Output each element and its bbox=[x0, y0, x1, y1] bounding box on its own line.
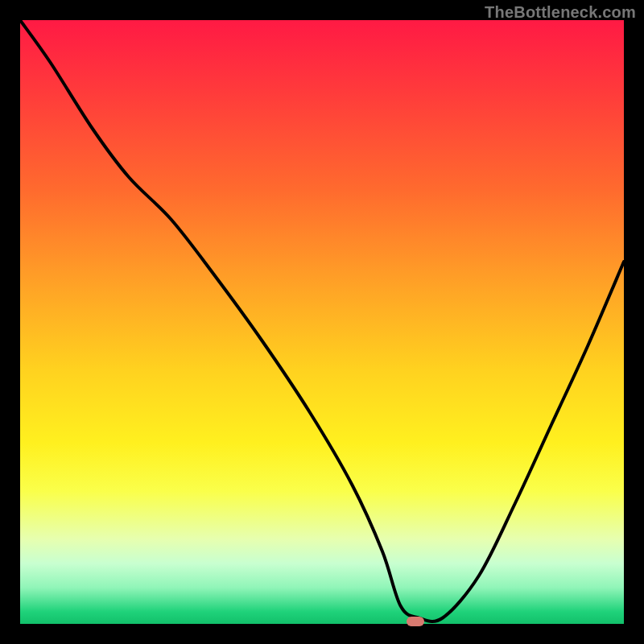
optimal-point-marker bbox=[407, 617, 424, 626]
plot-area bbox=[20, 20, 624, 624]
chart-frame: TheBottleneck.com bbox=[0, 0, 644, 644]
bottleneck-curve bbox=[20, 20, 624, 624]
watermark-text: TheBottleneck.com bbox=[485, 3, 636, 22]
